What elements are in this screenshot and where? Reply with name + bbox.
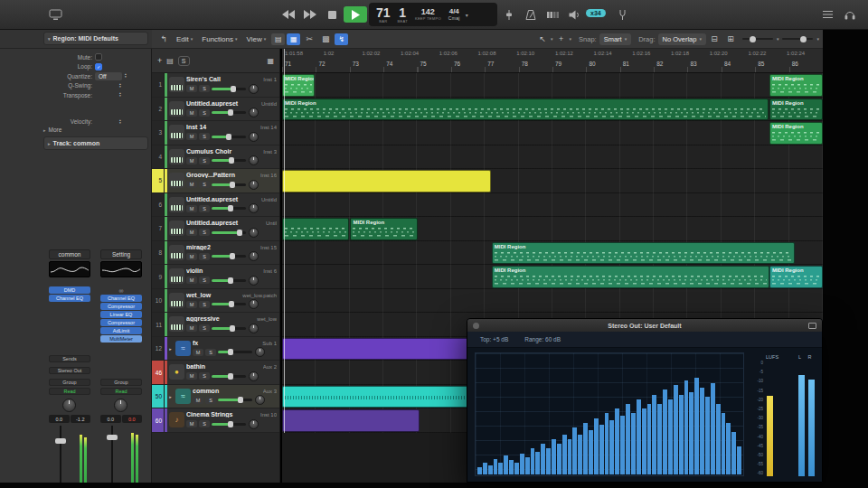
quantize-select[interactable]: Off bbox=[95, 72, 122, 80]
mute-button[interactable]: M bbox=[186, 420, 197, 427]
command-tool-button[interactable]: + bbox=[555, 34, 568, 43]
solo-button[interactable]: S bbox=[199, 181, 210, 188]
plugin-slot[interactable]: Channel EQ bbox=[100, 295, 142, 302]
mute-button[interactable]: M bbox=[186, 109, 197, 117]
zoom-out-icon[interactable]: ⊟ bbox=[708, 34, 721, 43]
slider-thumb[interactable] bbox=[228, 109, 233, 116]
plugin-title-bar[interactable]: Stereo Out: User Default bbox=[467, 319, 822, 332]
midi-region[interactable]: MIDI Region bbox=[769, 122, 823, 145]
volume-slider[interactable] bbox=[212, 136, 246, 138]
midi-region[interactable]: MIDI Region bbox=[492, 242, 795, 265]
stop-button[interactable] bbox=[322, 6, 342, 23]
pan-value[interactable]: -1.2 bbox=[71, 415, 91, 423]
back-icon[interactable]: ↰ bbox=[157, 34, 170, 43]
volume-slider[interactable] bbox=[212, 423, 246, 426]
mute-button[interactable]: M bbox=[186, 181, 197, 188]
solo-button[interactable]: S bbox=[199, 133, 210, 140]
solo-button[interactable]: S bbox=[199, 157, 210, 164]
lcd-tempo[interactable]: 142 KEEP TEMPO bbox=[411, 8, 445, 21]
solo-button[interactable]: S bbox=[199, 205, 210, 212]
eq-thumbnail[interactable] bbox=[100, 261, 142, 277]
mute-button[interactable]: M bbox=[186, 324, 197, 332]
volume-value[interactable]: 0.0 bbox=[49, 415, 70, 423]
track-sort-button[interactable]: ▦ bbox=[267, 57, 274, 65]
volume-slider[interactable] bbox=[212, 183, 246, 186]
track-row[interactable]: 11aggressivewet_lowMS bbox=[152, 313, 279, 337]
volume-value[interactable]: 0.0 bbox=[100, 415, 121, 423]
plugin-slot[interactable]: Compressor bbox=[100, 319, 142, 326]
menu-functions[interactable]: Functions▾ bbox=[197, 34, 241, 44]
track-name[interactable]: Untitled.aupreset bbox=[186, 196, 259, 202]
solo-button[interactable]: S bbox=[199, 253, 210, 260]
group-slot[interactable]: Group bbox=[49, 379, 90, 386]
solo-button[interactable]: S bbox=[205, 397, 216, 404]
count-in-icon[interactable] bbox=[546, 9, 559, 21]
plugin-view-icon[interactable] bbox=[808, 323, 816, 329]
q-swing-stepper[interactable]: ▴▾ bbox=[119, 83, 121, 89]
midi-region[interactable]: MIDI Region bbox=[492, 266, 769, 288]
snap-dropdown[interactable]: Smart ▾ bbox=[599, 33, 632, 45]
volume-slider[interactable] bbox=[212, 159, 246, 162]
slider-thumb[interactable] bbox=[229, 301, 234, 307]
mute-button[interactable]: M bbox=[186, 229, 197, 236]
velocity-stepper[interactable]: ▴▾ bbox=[119, 119, 121, 125]
volume-slider[interactable] bbox=[218, 399, 252, 401]
tuner-button[interactable] bbox=[617, 9, 628, 21]
glue-tool-icon[interactable]: ▩ bbox=[319, 34, 332, 43]
track-row[interactable]: 7Untitled.aupresetUntilMS bbox=[152, 217, 279, 241]
volume-fader[interactable] bbox=[100, 426, 142, 488]
pan-knob[interactable] bbox=[62, 399, 76, 412]
track-name[interactable]: aggressive bbox=[186, 315, 255, 322]
pan-knob[interactable] bbox=[249, 203, 259, 213]
solo-button[interactable]: S bbox=[199, 420, 210, 427]
speaker-icon[interactable] bbox=[568, 9, 580, 21]
slider-thumb[interactable] bbox=[238, 397, 243, 403]
track-name[interactable]: Inst 14 bbox=[186, 124, 259, 130]
solo-button[interactable]: S bbox=[199, 324, 210, 332]
track-name[interactable]: wet_low bbox=[186, 292, 241, 298]
mute-button[interactable]: M bbox=[186, 277, 197, 284]
track-row[interactable]: 1Siren's CallInst 1MS bbox=[152, 73, 279, 98]
midi-region[interactable] bbox=[282, 170, 491, 192]
pan-knob[interactable] bbox=[249, 228, 259, 238]
track-name[interactable]: Groovy...Pattern bbox=[186, 172, 259, 178]
midi-region[interactable]: MIDI Region bbox=[769, 99, 823, 121]
track-name[interactable]: Cumulus Choir bbox=[186, 148, 261, 155]
solo-safe-button[interactable]: S bbox=[178, 56, 190, 66]
fader-icon[interactable] bbox=[503, 9, 515, 21]
transpose-stepper[interactable]: ▴▾ bbox=[119, 92, 121, 98]
more-disclosure[interactable]: ▸ More bbox=[43, 127, 61, 133]
midi-capture-button[interactable]: ↯ bbox=[335, 33, 348, 45]
pan-knob[interactable] bbox=[249, 180, 259, 190]
plugin-slot[interactable]: Compressor bbox=[100, 303, 142, 310]
region-inspector-header[interactable]: ▾ Region: MIDI Defaults bbox=[43, 32, 148, 45]
pan-knob[interactable] bbox=[249, 251, 259, 261]
mute-button[interactable]: M bbox=[186, 372, 197, 380]
volume-slider[interactable] bbox=[212, 88, 246, 90]
mute-button[interactable]: M bbox=[186, 133, 197, 140]
track-row[interactable]: 3Inst 14Inst 14MS bbox=[152, 121, 279, 145]
track-name[interactable]: bathin bbox=[186, 363, 261, 370]
plugin-slot[interactable]: AdLimit bbox=[100, 327, 142, 334]
menu-edit[interactable]: Edit▾ bbox=[172, 34, 197, 44]
pan-knob[interactable] bbox=[249, 371, 259, 381]
top-setting[interactable]: Top: +5 dB bbox=[480, 336, 508, 343]
quantize-stepper[interactable]: ▴▾ bbox=[125, 73, 127, 79]
play-button[interactable] bbox=[344, 6, 367, 23]
channel-name[interactable]: Setting bbox=[100, 249, 142, 259]
volume-slider[interactable] bbox=[212, 207, 246, 210]
lcd-chevron-icon[interactable]: ▾ bbox=[466, 12, 468, 18]
lcd-signature[interactable]: 4/4 Cmaj bbox=[445, 8, 464, 21]
track-name[interactable]: Siren's Call bbox=[186, 76, 261, 82]
group-slot[interactable]: Group bbox=[100, 379, 142, 386]
close-button[interactable] bbox=[473, 323, 479, 329]
pan-knob[interactable] bbox=[114, 399, 127, 412]
volume-slider[interactable] bbox=[212, 327, 246, 330]
track-row[interactable]: 10wet_lowwet_low.patchMS bbox=[152, 289, 279, 314]
mute-button[interactable]: M bbox=[193, 349, 203, 356]
slider-thumb[interactable] bbox=[231, 86, 236, 92]
track-row[interactable]: 6Untitled.aupresetUntitldMS bbox=[152, 193, 279, 218]
solo-button[interactable]: S bbox=[199, 109, 210, 117]
track-name[interactable]: Untitled.aupreset bbox=[186, 220, 264, 226]
menu-view[interactable]: View▾ bbox=[242, 34, 271, 44]
